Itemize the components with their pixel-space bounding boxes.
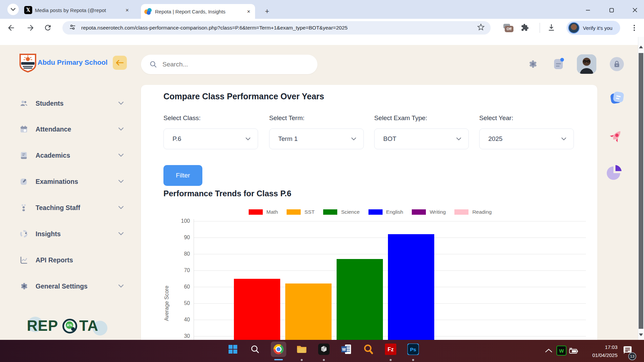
chat-widget-icon[interactable] [609,90,625,106]
minimize-icon [586,8,590,12]
legend-item[interactable]: English [368,209,403,215]
lock-button[interactable] [610,57,624,71]
exam-type-select[interactable]: BOT [374,128,469,149]
chrome-icon [274,344,284,354]
toolbar-divider [540,23,540,33]
sidebar-item-academics[interactable]: Academics [19,150,123,161]
start-button[interactable] [225,342,241,357]
bar-math [234,279,280,340]
legend-color-box [454,209,468,215]
sidebar-item-teaching-staff[interactable]: Teaching Staff [19,202,123,213]
chevron-down-icon [118,285,123,288]
bar-sst [285,283,332,340]
taskbar-photoshop-button[interactable]: Ps [405,342,421,357]
profile-button[interactable]: Verify it's you [566,21,620,35]
taskbar-3d-viewer-button[interactable] [316,342,332,357]
tray-expand-button[interactable] [545,348,552,354]
rocket-widget-icon[interactable] [607,127,625,146]
taskbar-filezilla-button[interactable]: Fz [383,342,398,357]
sidebar-item-general-settings[interactable]: General Settings [19,281,123,292]
browser-menu-button[interactable] [630,23,638,34]
taskbar-file-explorer-button[interactable] [294,342,309,357]
site-settings-icon[interactable] [69,24,76,32]
legend-color-box [249,209,263,215]
tab-repota-active[interactable]: Repota | Report Cards, Insights ✕ [141,4,255,19]
kebab-menu-icon [630,23,638,32]
legend-label: SST [304,209,314,215]
sidebar-collapse-button[interactable] [113,56,127,70]
scrollbar-thumb[interactable] [639,53,643,329]
sidebar-item-examinations[interactable]: Examinations [19,176,123,187]
search-input[interactable] [162,60,304,68]
y-tick-label: 50 [175,300,190,306]
new-tab-button[interactable]: + [262,7,272,16]
downloads-button[interactable] [547,23,556,33]
tray-clock[interactable]: 17:03 01/04/2025 [581,343,617,359]
taskbar-chrome-button[interactable] [271,342,286,357]
legend-item[interactable]: Science [323,209,359,215]
user-avatar[interactable] [577,54,596,74]
tab-media-posts[interactable]: 𝕏 Media posts by Repota (@repot ✕ [21,3,134,17]
brand-text-pre: REP [27,317,58,334]
chart-y-axis-label: Average Score [164,266,170,340]
year-select[interactable]: 2025 [479,128,574,149]
tab-close-icon[interactable]: ✕ [246,8,252,14]
bookmark-star-icon[interactable] [477,23,485,32]
forward-button[interactable] [26,23,35,34]
chevron-up-icon [545,348,552,353]
chevron-down-icon [118,127,123,131]
download-icon [547,23,556,32]
y-tick-label: 80 [175,251,190,257]
tray-wondershare-icon[interactable]: W [556,346,566,356]
svg-text:W: W [342,347,346,352]
extensions-puzzle-icon[interactable] [521,23,529,33]
forward-icon [26,23,35,32]
legend-item[interactable]: Writing [412,209,446,215]
sidebar-item-attendance[interactable]: Attendance [19,124,123,135]
sidebar-item-label: Insights [36,230,118,238]
scrollbar-down-arrow[interactable] [639,333,643,336]
legend-color-box [412,209,426,215]
filter-button[interactable]: Filter [163,165,202,186]
tab-close-icon[interactable]: ✕ [124,7,130,13]
adblock-off-extension-icon[interactable]: Off [503,24,513,33]
chevron-down-icon [246,138,250,141]
main-content-card: Compare Class Performance Over Years Sel… [141,85,597,362]
sidebar-item-students[interactable]: Students [19,98,123,109]
pie-chart-widget-icon[interactable] [605,163,623,182]
sidebar-item-insights[interactable]: Insights [19,228,123,239]
attendance-icon [19,125,28,134]
close-icon [633,8,637,12]
term-select[interactable]: Term 1 [269,128,364,149]
legend-label: Math [266,209,278,215]
legend-label: Reading [472,209,492,215]
chevron-down-icon [118,232,123,236]
chevron-down-icon [118,206,123,209]
sidebar-item-api-reports[interactable]: API Reports [19,255,123,265]
notes-button[interactable] [553,58,566,71]
tab-search-button[interactable] [7,4,19,15]
scrollbar-up-arrow[interactable] [639,46,643,48]
api-reports-icon [19,256,28,264]
back-button[interactable] [7,23,15,34]
reload-button[interactable] [44,23,52,33]
class-select[interactable]: P.6 [163,128,258,149]
legend-item[interactable]: SST [287,209,314,215]
window-maximize-button[interactable] [607,6,616,14]
url-text[interactable]: repota.nseerotech.com/class-performance-… [81,25,471,31]
taskbar-word-button[interactable]: W [339,342,354,357]
settings-button[interactable] [528,59,538,70]
profile-avatar [568,22,580,34]
tray-battery-icon[interactable] [568,347,579,356]
address-bar[interactable]: repota.nseerotech.com/class-performance-… [62,21,491,35]
legend-item[interactable]: Math [249,209,278,215]
window-close-button[interactable] [630,6,640,14]
x-logo-favicon: 𝕏 [24,6,32,14]
taskbar-search-button[interactable] [247,342,263,357]
taskbar-everything-search-button[interactable] [361,342,376,357]
legend-item[interactable]: Reading [454,209,492,215]
search-bar[interactable] [141,55,317,74]
window-minimize-button[interactable] [583,6,593,14]
legend-label: Writing [430,209,446,215]
sidebar-item-label: Students [36,100,118,107]
